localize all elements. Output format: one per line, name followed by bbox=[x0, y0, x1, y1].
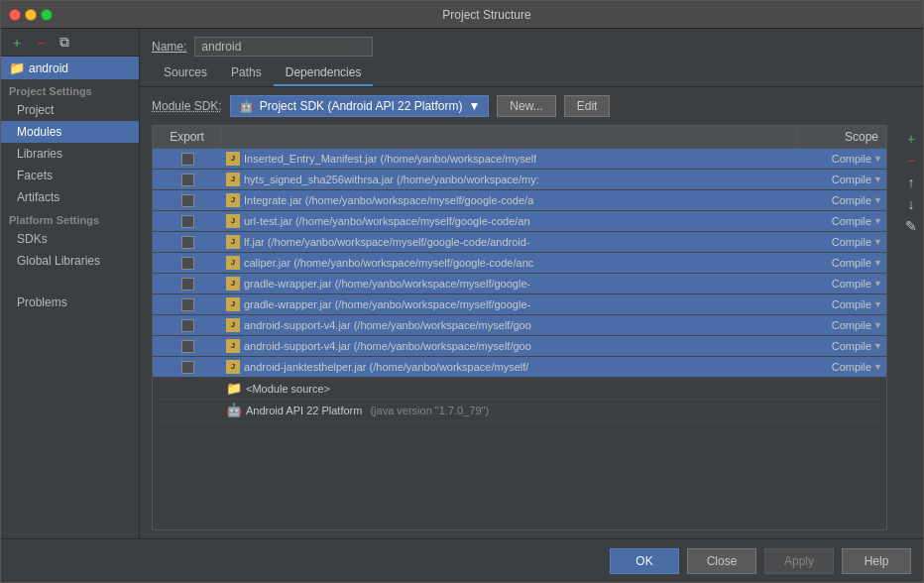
dep-name-label: gradle-wrapper.jar (/home/yanbo/workspac… bbox=[244, 278, 530, 290]
table-row[interactable]: J android-support-v4.jar (/home/yanbo/wo… bbox=[153, 336, 886, 357]
tab-sources[interactable]: Sources bbox=[152, 60, 219, 86]
close-window-button[interactable] bbox=[9, 9, 21, 21]
sidebar-item-project[interactable]: Project bbox=[1, 99, 139, 121]
platform-settings-header: Platform Settings bbox=[1, 208, 139, 228]
sidebar-item-label: SDKs bbox=[17, 232, 48, 246]
module-name-input[interactable] bbox=[194, 37, 373, 57]
export-checkbox[interactable] bbox=[181, 340, 194, 353]
export-checkbox[interactable] bbox=[181, 215, 194, 228]
table-row[interactable]: 📁 <Module source> bbox=[153, 378, 886, 400]
window-controls bbox=[9, 9, 53, 21]
cell-name: J gradle-wrapper.jar (/home/yanbo/worksp… bbox=[222, 294, 797, 314]
sidebar-item-artifacts[interactable]: Artifacts bbox=[1, 186, 139, 208]
table-row[interactable]: J lf.jar (/home/yanbo/workspace/myself/g… bbox=[153, 232, 886, 253]
sdk-edit-button[interactable]: Edit bbox=[564, 95, 611, 117]
ok-button[interactable]: OK bbox=[610, 548, 679, 574]
module-source-icon: 📁 bbox=[226, 381, 242, 396]
cell-scope[interactable]: Compile ▼ bbox=[797, 191, 886, 209]
cell-scope[interactable]: Compile ▼ bbox=[797, 212, 886, 230]
sidebar-tree-item-label: android bbox=[29, 61, 68, 75]
sidebar-tree-item-android[interactable]: 📁 android bbox=[1, 57, 139, 79]
sidebar-remove-button[interactable]: − bbox=[31, 33, 51, 53]
sidebar-item-sdks[interactable]: SDKs bbox=[1, 228, 139, 250]
dep-name-label: caliper.jar (/home/yanbo/workspace/mysel… bbox=[244, 257, 533, 269]
sidebar-item-label: Modules bbox=[17, 125, 61, 139]
cell-export bbox=[153, 316, 222, 335]
cell-name: J hyts_signed_sha256withrsa.jar (/home/y… bbox=[222, 170, 797, 189]
main-window: Project Structure + − ⧉ 📁 android Projec… bbox=[0, 0, 924, 583]
cell-scope[interactable]: Compile ▼ bbox=[797, 171, 886, 188]
bottom-bar: OK Close Apply Help bbox=[1, 538, 923, 582]
deps-right-toolbar: + − ↑ ↓ ✎ bbox=[899, 125, 923, 538]
cell-name: J caliper.jar (/home/yanbo/workspace/mys… bbox=[222, 253, 797, 273]
help-button[interactable]: Help bbox=[842, 548, 911, 574]
cell-export bbox=[153, 171, 222, 189]
java-version-label: (java version "1.7.0_79") bbox=[370, 405, 489, 416]
cell-scope[interactable]: Compile ▼ bbox=[797, 295, 886, 313]
jar-icon: J bbox=[226, 318, 240, 332]
deps-move-up-button[interactable]: ↑ bbox=[901, 173, 921, 192]
table-row[interactable]: J gradle-wrapper.jar (/home/yanbo/worksp… bbox=[153, 294, 886, 315]
export-checkbox[interactable] bbox=[181, 236, 194, 249]
main-content: + − ⧉ 📁 android Project Settings Project… bbox=[1, 29, 923, 538]
dep-name-label: android-janktesthelper.jar (/home/yanbo/… bbox=[244, 361, 528, 373]
tab-dependencies[interactable]: Dependencies bbox=[274, 60, 374, 86]
table-row[interactable]: J gradle-wrapper.jar (/home/yanbo/worksp… bbox=[153, 274, 886, 294]
sidebar-scrollable: Project Settings Project Modules Librari… bbox=[1, 79, 139, 538]
sidebar-copy-button[interactable]: ⧉ bbox=[55, 33, 74, 53]
table-row[interactable]: J url-test.jar (/home/yanbo/workspace/my… bbox=[153, 211, 886, 232]
scope-label: Compile bbox=[832, 153, 871, 165]
table-row[interactable]: J Integrate.jar (/home/yanbo/workspace/m… bbox=[153, 190, 886, 211]
cell-scope[interactable]: Compile ▼ bbox=[797, 275, 886, 292]
tabs-bar: Sources Paths Dependencies bbox=[140, 60, 923, 87]
table-row[interactable]: J caliper.jar (/home/yanbo/workspace/mys… bbox=[153, 253, 886, 274]
export-checkbox[interactable] bbox=[181, 153, 194, 166]
export-checkbox[interactable] bbox=[181, 361, 194, 374]
scope-label: Compile bbox=[832, 257, 871, 269]
sidebar-item-libraries[interactable]: Libraries bbox=[1, 143, 139, 165]
module-source-label: <Module source> bbox=[246, 383, 330, 395]
deps-add-button[interactable]: + bbox=[901, 129, 921, 149]
tab-paths[interactable]: Paths bbox=[219, 60, 274, 86]
sidebar-add-button[interactable]: + bbox=[7, 33, 27, 53]
cell-scope[interactable]: Compile ▼ bbox=[797, 150, 886, 168]
deps-edit-button[interactable]: ✎ bbox=[901, 216, 921, 236]
deps-move-down-button[interactable]: ↓ bbox=[901, 194, 921, 214]
col-export-header: Export bbox=[153, 126, 222, 148]
sdk-dropdown[interactable]: 🤖 Project SDK (Android API 22 Platform) … bbox=[230, 95, 490, 117]
export-checkbox[interactable] bbox=[181, 257, 194, 270]
export-checkbox[interactable] bbox=[181, 319, 194, 332]
table-row[interactable]: 🤖 Android API 22 Platform (java version … bbox=[153, 400, 886, 421]
maximize-window-button[interactable] bbox=[41, 9, 53, 21]
scope-dropdown-arrow-icon: ▼ bbox=[873, 175, 882, 184]
dep-name-label: lf.jar (/home/yanbo/workspace/myself/goo… bbox=[244, 236, 530, 248]
export-checkbox[interactable] bbox=[181, 194, 194, 207]
sidebar-item-facets[interactable]: Facets bbox=[1, 165, 139, 186]
sidebar-item-problems[interactable]: Problems bbox=[1, 292, 139, 313]
close-button[interactable]: Close bbox=[687, 548, 756, 574]
cell-scope bbox=[797, 386, 886, 392]
table-row[interactable]: J android-support-v4.jar (/home/yanbo/wo… bbox=[153, 315, 886, 336]
apply-button[interactable]: Apply bbox=[764, 548, 834, 574]
cell-export bbox=[153, 150, 222, 169]
cell-scope[interactable]: Compile ▼ bbox=[797, 337, 886, 355]
scope-dropdown-arrow-icon: ▼ bbox=[873, 279, 882, 289]
table-row[interactable]: J Inserted_Entry_Manifest.jar (/home/yan… bbox=[153, 149, 886, 170]
minimize-window-button[interactable] bbox=[25, 9, 37, 21]
cell-scope[interactable]: Compile ▼ bbox=[797, 254, 886, 272]
sidebar-item-modules[interactable]: Modules bbox=[1, 121, 139, 143]
export-checkbox[interactable] bbox=[181, 298, 194, 311]
cell-scope[interactable]: Compile ▼ bbox=[797, 316, 886, 334]
cell-scope[interactable]: Compile ▼ bbox=[797, 358, 886, 376]
scope-label: Compile bbox=[832, 194, 871, 206]
export-checkbox[interactable] bbox=[181, 278, 194, 291]
sdk-new-button[interactable]: New... bbox=[497, 95, 555, 117]
deps-remove-button[interactable]: − bbox=[901, 151, 921, 171]
deps-body: J Inserted_Entry_Manifest.jar (/home/yan… bbox=[153, 149, 886, 529]
sidebar-item-global-libraries[interactable]: Global Libraries bbox=[1, 250, 139, 272]
export-checkbox[interactable] bbox=[181, 174, 194, 186]
cell-scope[interactable]: Compile ▼ bbox=[797, 233, 886, 251]
table-row[interactable]: J hyts_signed_sha256withrsa.jar (/home/y… bbox=[153, 170, 886, 190]
table-row[interactable]: J android-janktesthelper.jar (/home/yanb… bbox=[153, 357, 886, 378]
module-header: Name: bbox=[140, 29, 923, 60]
